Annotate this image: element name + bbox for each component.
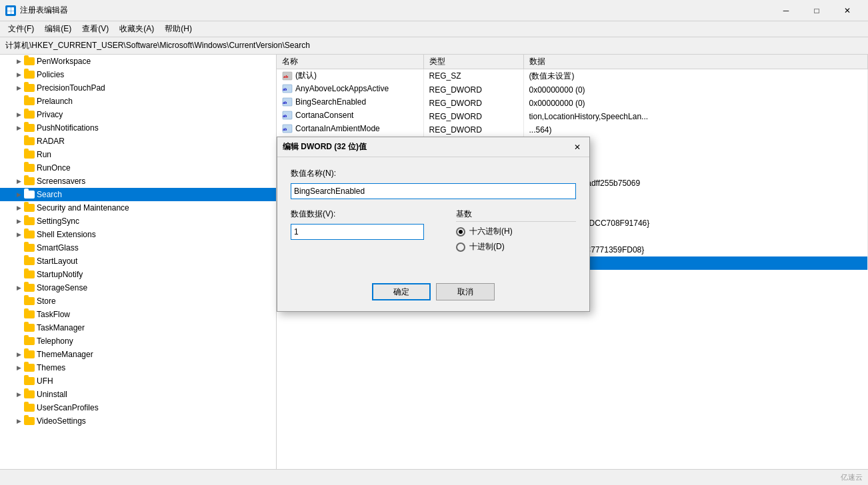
row-type: REG_DWORD bbox=[423, 110, 523, 123]
cancel-button[interactable]: 取消 bbox=[436, 283, 495, 300]
table-row[interactable]: ab CortanaConsent REG_DWORD tion,Locatio… bbox=[277, 110, 868, 123]
row-data: 0x00000000 (0) bbox=[523, 97, 868, 110]
radio-hex[interactable]: 十六进制(H) bbox=[456, 226, 576, 237]
menu-file[interactable]: 文件(F) bbox=[3, 22, 39, 37]
tree-item-taskmanager[interactable]: ▶ TaskManager bbox=[0, 321, 276, 334]
value-input[interactable] bbox=[291, 224, 424, 240]
folder-icon bbox=[24, 270, 35, 279]
app-icon bbox=[5, 5, 16, 16]
maximize-button[interactable]: □ bbox=[801, 0, 832, 21]
expand-icon: ▶ bbox=[13, 229, 24, 240]
tree-item-privacy[interactable]: ▶ Privacy bbox=[0, 108, 276, 121]
tree-item-search[interactable]: ▶ Search bbox=[0, 188, 276, 201]
folder-icon bbox=[24, 336, 35, 346]
title-bar: 注册表编辑器 ─ □ ✕ bbox=[0, 0, 868, 21]
radio-decimal[interactable]: 十进制(D) bbox=[456, 241, 576, 252]
tree-item-settingsync[interactable]: ▶ SettingSync bbox=[0, 215, 276, 228]
expand-icon: ▶ bbox=[13, 309, 24, 320]
menu-edit[interactable]: 编辑(E) bbox=[39, 22, 77, 37]
table-row[interactable]: ab CortanaInAmbientMode REG_DWORD ...564… bbox=[277, 123, 868, 137]
tree-item-themes[interactable]: ▶ Themes bbox=[0, 361, 276, 374]
tree-item-shell-extensions[interactable]: ▶ Shell Extensions bbox=[0, 228, 276, 241]
tree-item-ufh[interactable]: ▶ UFH bbox=[0, 374, 276, 388]
tree-item-policies[interactable]: ▶ Policies bbox=[0, 68, 276, 81]
close-button[interactable]: ✕ bbox=[832, 0, 863, 21]
svg-text:ab: ab bbox=[283, 87, 287, 91]
tree-item-videosettings[interactable]: ▶ VideoSettings bbox=[0, 414, 276, 428]
expand-icon: ▶ bbox=[13, 362, 24, 373]
tree-item-penworkspace[interactable]: ▶ PenWorkspace bbox=[0, 55, 276, 68]
tree-item-prelaunch[interactable]: ▶ Prelaunch bbox=[0, 95, 276, 108]
folder-icon bbox=[24, 350, 35, 359]
radio-hex-label: 十六进制(H) bbox=[469, 226, 513, 237]
expand-icon: ▶ bbox=[13, 96, 24, 107]
expand-icon: ▶ bbox=[13, 109, 24, 120]
col-header-type[interactable]: 类型 bbox=[423, 55, 523, 69]
table-row[interactable]: ab (默认) REG_SZ (数值未设置) bbox=[277, 69, 868, 83]
expand-icon: ▶ bbox=[13, 83, 24, 93]
modal-close-button[interactable]: ✕ bbox=[571, 141, 584, 154]
tree-item-smartglass[interactable]: ▶ SmartGlass bbox=[0, 241, 276, 254]
tree-item-security-maintenance[interactable]: ▶ Security and Maintenance bbox=[0, 201, 276, 215]
tree-item-telephony[interactable]: ▶ Telephony bbox=[0, 334, 276, 348]
svg-rect-3 bbox=[11, 11, 15, 14]
folder-icon bbox=[24, 97, 35, 106]
tree-item-screensavers[interactable]: ▶ Screensavers bbox=[0, 175, 276, 188]
tree-panel[interactable]: ▶ PenWorkspace ▶ Policies ▶ PrecisionTou… bbox=[0, 55, 277, 469]
folder-icon bbox=[24, 310, 35, 319]
radio-hex-circle bbox=[456, 227, 465, 237]
tree-item-pushnotifications[interactable]: ▶ PushNotifications bbox=[0, 121, 276, 135]
tree-item-userscanprofiles[interactable]: ▶ UserScanProfiles bbox=[0, 401, 276, 414]
row-data: (数值未设置) bbox=[523, 69, 868, 83]
minimize-button[interactable]: ─ bbox=[771, 0, 801, 21]
tree-item-radar[interactable]: ▶ RADAR bbox=[0, 135, 276, 148]
tree-item-runonce[interactable]: ▶ RunOnce bbox=[0, 161, 276, 175]
expand-icon: ▶ bbox=[13, 296, 24, 306]
name-input[interactable] bbox=[291, 183, 576, 199]
folder-icon bbox=[24, 203, 35, 213]
table-row[interactable]: ab BingSearchEnabled REG_DWORD 0x0000000… bbox=[277, 97, 868, 110]
folder-icon bbox=[24, 403, 35, 412]
menu-view[interactable]: 查看(V) bbox=[77, 22, 114, 37]
folder-icon bbox=[24, 416, 35, 426]
expand-icon: ▶ bbox=[13, 136, 24, 147]
tree-item-store[interactable]: ▶ Store bbox=[0, 294, 276, 308]
tree-item-storagesense[interactable]: ▶ StorageSense bbox=[0, 281, 276, 294]
modal-footer: 确定 取消 bbox=[277, 278, 589, 311]
folder-icon bbox=[24, 110, 35, 119]
base-label: 基数 bbox=[456, 209, 576, 222]
row-name: ab CortanaConsent bbox=[277, 110, 423, 123]
svg-rect-2 bbox=[7, 11, 11, 14]
tree-item-startlayout[interactable]: ▶ StartLayout bbox=[0, 254, 276, 268]
folder-icon bbox=[24, 283, 35, 292]
expand-icon: ▶ bbox=[13, 336, 24, 346]
table-row[interactable]: ab AnyAboveLockAppsActive REG_DWORD 0x00… bbox=[277, 83, 868, 97]
folder-icon bbox=[24, 150, 35, 159]
tree-item-thememanager[interactable]: ▶ ThemeManager bbox=[0, 348, 276, 361]
tree-item-run[interactable]: ▶ Run bbox=[0, 148, 276, 161]
tree-item-precisiontouchpad[interactable]: ▶ PrecisionTouchPad bbox=[0, 81, 276, 95]
address-path: 计算机\HKEY_CURRENT_USER\Software\Microsoft… bbox=[5, 40, 310, 51]
row-name: ab AnyAboveLockAppsActive bbox=[277, 83, 423, 97]
folder-icon bbox=[24, 177, 35, 186]
col-header-name[interactable]: 名称 bbox=[277, 55, 423, 69]
radio-decimal-label: 十进制(D) bbox=[469, 241, 505, 252]
status-bar bbox=[0, 469, 868, 485]
expand-icon: ▶ bbox=[13, 402, 24, 413]
modal-row: 数值数据(V): 基数 十六进制(H) 十进制(D) bbox=[291, 209, 576, 256]
expand-icon: ▶ bbox=[13, 189, 24, 200]
menu-favorites[interactable]: 收藏夹(A) bbox=[114, 22, 159, 37]
tree-item-taskflow[interactable]: ▶ TaskFlow bbox=[0, 308, 276, 321]
ok-button[interactable]: 确定 bbox=[372, 283, 431, 300]
row-type: REG_DWORD bbox=[423, 83, 523, 97]
tree-item-uninstall[interactable]: ▶ Uninstall bbox=[0, 388, 276, 401]
row-type: REG_DWORD bbox=[423, 123, 523, 137]
value-label: 数值数据(V): bbox=[291, 209, 445, 220]
col-header-data[interactable]: 数据 bbox=[523, 55, 868, 69]
row-name: ab BingSearchEnabled bbox=[277, 97, 423, 110]
menu-help[interactable]: 帮助(H) bbox=[159, 22, 197, 37]
expand-icon: ▶ bbox=[13, 56, 24, 67]
tree-item-startupnotify[interactable]: ▶ StartupNotify bbox=[0, 268, 276, 281]
modal-dialog: 编辑 DWORD (32 位)值 ✕ 数值名称(N): 数值数据(V): 基数 … bbox=[277, 137, 590, 312]
modal-title: 编辑 DWORD (32 位)值 bbox=[283, 141, 571, 153]
